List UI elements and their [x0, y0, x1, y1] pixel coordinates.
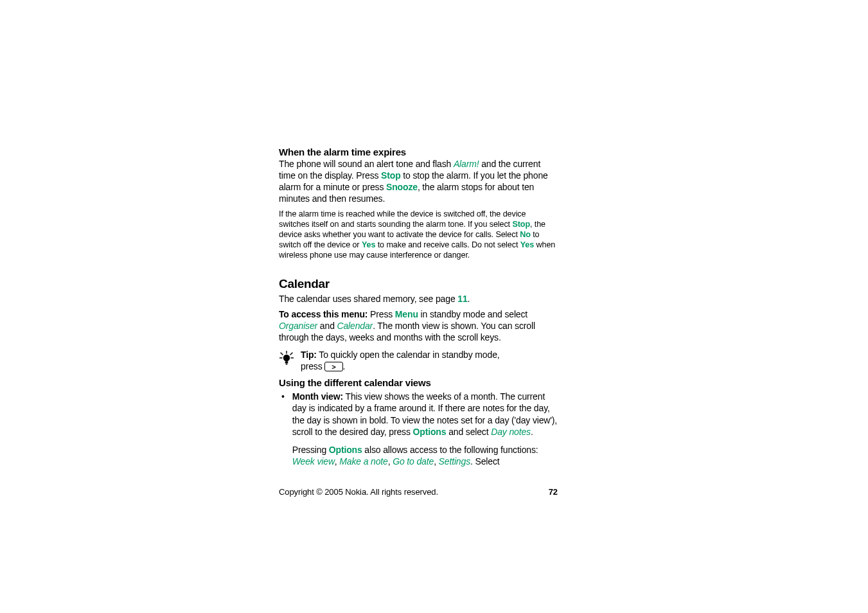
text: To quickly open the calendar in standby … [317, 350, 500, 360]
svg-rect-6 [285, 361, 288, 363]
ui-term-yes: Yes [520, 240, 534, 249]
ui-term-options: Options [329, 445, 362, 455]
text: The calendar uses shared memory, see pag… [279, 294, 457, 304]
text: Press [368, 309, 395, 319]
ui-term-stop: Stop [381, 170, 401, 181]
text: . [531, 427, 533, 437]
key-glyph: > [332, 363, 335, 371]
heading-calendar-views: Using the different calendar views [279, 377, 558, 388]
svg-rect-7 [285, 364, 287, 365]
ui-term-organiser: Organiser [279, 321, 317, 331]
calendar-memory-paragraph: The calendar uses shared memory, see pag… [279, 294, 558, 305]
text: The phone will sound an alert tone and f… [279, 159, 454, 169]
svg-line-2 [290, 353, 292, 355]
ui-term-yes: Yes [362, 240, 375, 249]
bullet-content: Month view: This view shows the weeks of… [292, 391, 558, 467]
bullet-month-view: • Month view: This view shows the weeks … [279, 391, 558, 467]
ui-term-week-view: Week view [292, 456, 335, 466]
text: . [468, 294, 470, 304]
text: and select [446, 427, 491, 437]
ui-term-day-notes: Day notes [491, 427, 531, 437]
ui-term-menu: Menu [395, 309, 418, 319]
text: also allows access to the following func… [362, 445, 538, 455]
svg-line-1 [281, 353, 283, 355]
lightbulb-icon [279, 350, 294, 368]
text: , [434, 456, 438, 466]
right-key-icon: > [324, 362, 342, 371]
page-reference-link[interactable]: 11 [457, 294, 467, 304]
ui-term-calendar: Calendar [337, 321, 373, 331]
alarm-paragraph-2: If the alarm time is reached while the d… [279, 209, 558, 261]
heading-alarm-expires: When the alarm time expires [279, 147, 558, 157]
bullet-marker-icon: • [279, 391, 292, 467]
ui-term-alarm: Alarm! [454, 159, 479, 169]
heading-calendar: Calendar [279, 277, 558, 291]
copyright-text: Copyright © 2005 Nokia. All rights reser… [279, 487, 438, 497]
text: . [343, 361, 346, 371]
ui-term-stop: Stop [512, 220, 530, 229]
ui-term-snooze: Snooze [386, 182, 418, 192]
tip-bold: Tip: [301, 350, 317, 360]
page-footer: Copyright © 2005 Nokia. All rights reser… [279, 487, 558, 497]
ui-term-make-note: Make a note [339, 456, 387, 466]
bold-label: To access this menu: [279, 309, 368, 319]
text: If the alarm time is reached while the d… [279, 209, 526, 229]
bold-label: Month view: [292, 391, 343, 402]
text: to make and receive calls. Do not select [375, 240, 520, 249]
text: in standby mode and select [418, 309, 527, 319]
content-area: When the alarm time expires The phone wi… [279, 147, 558, 467]
options-functions-paragraph: Pressing Options also allows access to t… [292, 444, 558, 467]
svg-point-5 [283, 355, 290, 361]
text: and [317, 321, 337, 331]
text: Pressing [292, 445, 329, 455]
tip-text: Tip: To quickly open the calendar in sta… [301, 349, 500, 372]
alarm-paragraph-1: The phone will sound an alert tone and f… [279, 159, 558, 205]
ui-term-settings: Settings [439, 456, 470, 466]
ui-term-options: Options [413, 427, 447, 437]
ui-term-go-to-date: Go to date [393, 456, 434, 466]
page: When the alarm time expires The phone wi… [0, 0, 868, 613]
tip-block: Tip: To quickly open the calendar in sta… [279, 349, 558, 372]
text: press [301, 361, 324, 371]
ui-term-no: No [520, 230, 531, 239]
text: . Select [470, 456, 500, 466]
calendar-access-paragraph: To access this menu: Press Menu in stand… [279, 309, 558, 344]
page-number: 72 [549, 487, 558, 497]
